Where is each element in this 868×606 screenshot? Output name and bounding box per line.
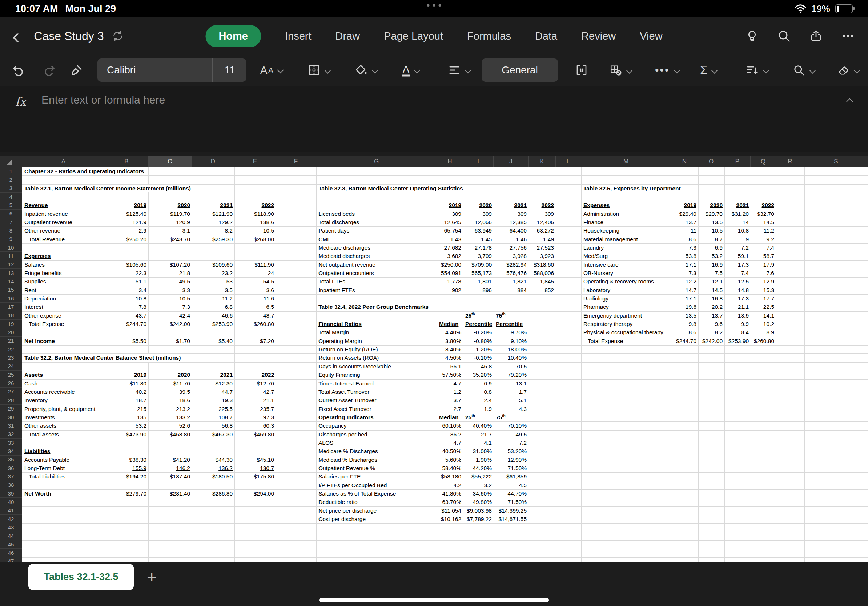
row-header-43[interactable]: 43	[0, 523, 22, 532]
cell-A7[interactable]: Outpatient revenue	[23, 218, 74, 226]
cell-A27[interactable]: Accounts receivable	[23, 388, 77, 396]
cell-B7[interactable]: 121.9	[105, 218, 148, 226]
cell-G20[interactable]: Total Margin	[316, 328, 351, 336]
cell-G27[interactable]: Total Asset Turnover	[316, 388, 371, 396]
cell-J15[interactable]: 884	[494, 286, 529, 294]
cell-C39[interactable]: $281.40	[148, 489, 192, 498]
cell-C19[interactable]: $242.00	[148, 320, 192, 328]
cell-G21[interactable]: Operating Margin	[316, 337, 364, 345]
cell-E27[interactable]: 42.7	[234, 388, 276, 396]
cell-B39[interactable]: $279.70	[105, 489, 148, 498]
cell-M19[interactable]: Respiratory therapy	[581, 320, 634, 328]
cell-G33[interactable]: ALOS	[316, 439, 335, 447]
cell-C27[interactable]: 39.5	[148, 388, 192, 396]
tab-draw[interactable]: Draw	[335, 25, 360, 47]
row-header-42[interactable]: 42	[0, 515, 22, 523]
cell-A34[interactable]: Liabilities	[23, 447, 52, 455]
cell-I6[interactable]: 309	[463, 210, 494, 218]
font-style-dropdown[interactable]: A A	[260, 64, 283, 76]
cell-Q13[interactable]: 7.6	[750, 269, 776, 277]
cell-G31[interactable]: Occupancy	[316, 422, 349, 430]
row-header-17[interactable]: 17	[0, 303, 22, 311]
cell-B6[interactable]: $125.40	[105, 210, 148, 218]
cell-C30[interactable]: 133.2	[148, 413, 192, 421]
cell-E37[interactable]: $175.80	[234, 472, 276, 481]
cell-G40[interactable]: Deductible ratio	[316, 498, 360, 506]
cell-A32[interactable]: Total Assets	[23, 431, 61, 438]
document-title[interactable]: Case Study 3	[34, 29, 104, 43]
cell-Q18[interactable]: 14.1	[750, 311, 776, 320]
cell-J13[interactable]: 576,476	[494, 269, 529, 277]
tab-formulas[interactable]: Formulas	[467, 25, 511, 47]
cell-D16[interactable]: 11.2	[192, 294, 234, 303]
cell-O8[interactable]: 10.5	[698, 226, 724, 235]
cell-G3[interactable]: Table 32.3, Barton Medical Center Operat…	[316, 185, 465, 192]
cell-J22[interactable]: 18.00%	[494, 345, 529, 354]
cell-C9[interactable]: $243.70	[148, 235, 192, 243]
cell-Q9[interactable]: 9.2	[750, 235, 776, 243]
cell-G26[interactable]: Times Interest Earned	[316, 380, 375, 387]
cell-A30[interactable]: Investments	[23, 413, 57, 421]
cell-I21[interactable]: -0.80%	[463, 337, 494, 345]
cell-G38[interactable]: I/P FTEs per Occupied Bed	[316, 481, 389, 489]
select-all-corner[interactable]	[0, 156, 22, 167]
cell-C6[interactable]: $119.70	[148, 210, 192, 218]
row-header-11[interactable]: 11	[0, 252, 22, 260]
cell-D17[interactable]: 6.8	[192, 303, 234, 311]
cell-B35[interactable]: $38.30	[105, 456, 148, 464]
cell-A29[interactable]: Property, plant, & equipment	[23, 405, 97, 413]
cell-J30[interactable]: 75th	[494, 413, 507, 421]
cell-N21[interactable]: $244.70	[671, 337, 698, 345]
cell-C28[interactable]: 18.6	[148, 396, 192, 404]
cell-J11[interactable]: 3,928	[494, 252, 529, 260]
cell-G17[interactable]: Table 32.4, 2022 Peer Group Benchmarks	[316, 303, 430, 311]
row-header-6[interactable]: 6	[0, 210, 22, 218]
cell-E29[interactable]: 235.7	[234, 405, 276, 413]
cell-E18[interactable]: 48.7	[234, 311, 276, 320]
column-header-M[interactable]: M	[581, 156, 671, 167]
cell-D19[interactable]: $253.90	[192, 320, 234, 328]
search-button[interactable]	[777, 29, 791, 43]
cell-I32[interactable]: 21.7	[463, 430, 494, 439]
cell-H7[interactable]: 12,645	[437, 218, 463, 226]
cell-H5[interactable]: 2019	[437, 201, 463, 209]
cell-G39[interactable]: Salaries as % of Total Expense	[316, 490, 398, 497]
cell-G36[interactable]: Outpatient Revenue %	[316, 464, 377, 472]
lightbulb-button[interactable]	[745, 29, 759, 43]
row-header-18[interactable]: 18	[0, 311, 22, 320]
cell-A5[interactable]: Revenue	[23, 201, 50, 209]
cell-I18[interactable]: 25th	[463, 312, 477, 319]
share-button[interactable]	[809, 29, 823, 43]
cell-O7[interactable]: 13.5	[698, 218, 724, 226]
sheet-tab-active[interactable]: Tables 32.1-32.5	[28, 564, 134, 590]
cell-P7[interactable]: 14	[724, 218, 750, 226]
cell-G14[interactable]: Total FTEs	[316, 278, 347, 285]
cell-J32[interactable]: 49.5	[494, 430, 529, 439]
cell-M13[interactable]: OB-Nursery	[581, 269, 615, 277]
cell-E32[interactable]: $469.80	[234, 430, 276, 439]
cell-M14[interactable]: Operating & recovery rooms	[581, 278, 656, 285]
cell-E6[interactable]: $118.90	[234, 210, 276, 218]
cell-Q16[interactable]: 17.7	[750, 294, 776, 303]
cell-H25[interactable]: 57.50%	[437, 371, 463, 379]
row-header-9[interactable]: 9	[0, 235, 22, 243]
redo-button[interactable]	[43, 63, 57, 77]
cell-J18[interactable]: 75th	[494, 312, 507, 319]
cell-P5[interactable]: 2021	[724, 201, 750, 209]
cell-J39[interactable]: 44.70%	[494, 489, 529, 498]
cell-N6[interactable]: $29.40	[671, 210, 698, 218]
cell-J21[interactable]: 9.10%	[494, 337, 529, 345]
cell-G8[interactable]: Patient days	[316, 227, 351, 234]
cell-I30[interactable]: 25th	[463, 413, 477, 421]
cell-C31[interactable]: 52.6	[148, 421, 192, 430]
cell-G19[interactable]: Financial Ratios	[316, 320, 363, 328]
cell-I10[interactable]: 27,178	[463, 243, 494, 252]
cell-H8[interactable]: 65,754	[437, 226, 463, 235]
cell-I13[interactable]: 565,173	[463, 269, 494, 277]
column-header-B[interactable]: B	[105, 156, 148, 167]
cell-A26[interactable]: Cash	[23, 380, 39, 387]
home-indicator[interactable]	[319, 598, 549, 602]
row-header-32[interactable]: 32	[0, 430, 22, 439]
tab-page-layout[interactable]: Page Layout	[384, 25, 443, 47]
cell-H38[interactable]: 4.2	[437, 481, 463, 489]
